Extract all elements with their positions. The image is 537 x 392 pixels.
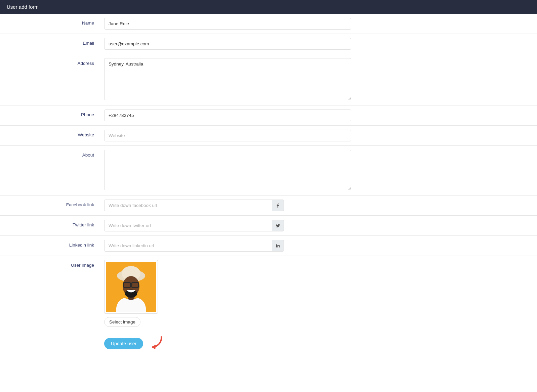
facebook-label: Facebook link <box>0 200 104 207</box>
twitter-input[interactable] <box>104 220 272 231</box>
address-input[interactable] <box>104 58 351 100</box>
form-row-linkedin: Linkedin link <box>0 236 537 256</box>
address-label: Address <box>0 58 104 66</box>
linkedin-icon <box>272 240 284 252</box>
email-label: Email <box>0 38 104 46</box>
twitter-label: Twitter link <box>0 220 104 227</box>
website-input[interactable] <box>104 130 351 141</box>
phone-label: Phone <box>0 110 104 117</box>
user-image-preview <box>104 260 158 314</box>
arrow-annotation-icon <box>148 335 165 352</box>
submit-row: Update user <box>0 331 537 359</box>
form-row-facebook: Facebook link <box>0 195 537 216</box>
form-row-about: About <box>0 146 537 195</box>
about-label: About <box>0 150 104 158</box>
user-image-label: User image <box>0 260 104 268</box>
name-input[interactable] <box>104 18 351 30</box>
update-user-button[interactable]: Update user <box>104 338 143 349</box>
email-input[interactable] <box>104 38 351 50</box>
linkedin-label: Linkedin link <box>0 240 104 248</box>
form-row-twitter: Twitter link <box>0 216 537 236</box>
page-title: User add form <box>7 4 39 10</box>
website-label: Website <box>0 130 104 137</box>
name-label: Name <box>0 18 104 26</box>
phone-input[interactable] <box>104 110 351 121</box>
form-row-name: Name <box>0 14 537 34</box>
linkedin-input[interactable] <box>104 240 272 252</box>
form-row-phone: Phone <box>0 105 537 126</box>
form-row-email: Email <box>0 34 537 54</box>
facebook-icon <box>272 200 284 211</box>
form-row-image: User image <box>0 256 537 331</box>
about-input[interactable] <box>104 150 351 190</box>
twitter-icon <box>272 220 284 231</box>
form-row-address: Address <box>0 54 537 105</box>
page-header: User add form <box>0 0 537 14</box>
facebook-input[interactable] <box>104 200 272 211</box>
form-row-website: Website <box>0 126 537 146</box>
select-image-button[interactable]: Select image <box>104 317 140 327</box>
